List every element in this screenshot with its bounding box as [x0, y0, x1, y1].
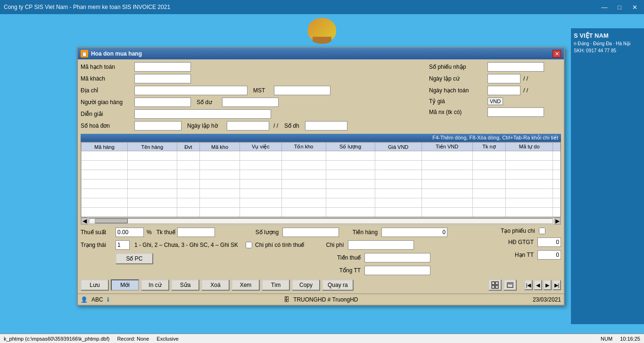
icon-btn-1[interactable]	[488, 279, 502, 291]
tong-tt-input[interactable]	[364, 266, 430, 275]
slash-ht: / /	[523, 87, 528, 94]
copy-button[interactable]: Copy	[292, 279, 320, 291]
col-gia-vnd: Giá VND	[375, 143, 421, 151]
company-address: n Đồng · Đống Đa · Hà Nội	[574, 41, 641, 46]
scroll-right-btn[interactable]: ▶	[554, 218, 561, 224]
sua-button[interactable]: Sửa	[171, 279, 199, 291]
tim-button[interactable]: Tìm	[262, 279, 290, 291]
so-du-label: Số dư	[197, 99, 220, 106]
scroll-thumb[interactable]	[95, 219, 128, 223]
taskbar-bottom: k_phtmp (c:\mpsas60\35939166\k_phtmp.dbf…	[0, 334, 644, 343]
table-header-row: Mã hàng Tên hàng Đvt Mã kho Vụ việc Tồn …	[82, 143, 561, 151]
so-hoa-don-input[interactable]	[134, 121, 182, 131]
scroll-left-btn[interactable]: ◀	[81, 218, 88, 224]
company-name: S VIỆT NAM	[574, 32, 641, 39]
so-pc-button[interactable]: Số PC	[116, 253, 153, 264]
vnd-badge: VND	[487, 98, 503, 105]
ngay-lap-ho-label: Ngày lập hờ	[187, 122, 225, 129]
thue-suat-label: Thuế suất	[81, 229, 114, 236]
nav-last[interactable]: ▶|	[553, 280, 561, 290]
chi-phi-co-tinh-checkbox[interactable]	[246, 242, 252, 248]
ma-nx-label: Mã nx (tk có)	[429, 109, 486, 115]
ma-khach-input[interactable]	[134, 74, 191, 83]
ma-khach-label: Mã khách	[81, 75, 132, 82]
dialog-title: Hoa don mua hang	[91, 50, 553, 57]
dialog-content: Mã hạch toán Mã khách Địa chỉ MST N	[78, 59, 564, 294]
svg-rect-5	[507, 283, 513, 285]
nav-prev[interactable]: ◀	[534, 280, 542, 290]
info-icon: ℹ	[107, 296, 109, 303]
tk-thue-input[interactable]	[177, 228, 215, 237]
so-phieu-nhap-row: Số phiếu nhập	[429, 62, 561, 72]
quay-ra-button[interactable]: Quay ra	[322, 279, 354, 291]
record-status: Record: None	[117, 336, 149, 342]
trang-thai-input[interactable]	[116, 240, 130, 250]
svg-rect-0	[492, 282, 495, 285]
trang-thai-hint: 1 - Ghi, 2 – Chưa, 3 - Ghi SC, 4 – Ghi S…	[134, 242, 238, 248]
nguoi-giao-hang-input[interactable]	[134, 98, 191, 107]
scroll-track[interactable]	[89, 218, 553, 224]
ma-hach-toan-row: Mã hạch toán	[81, 62, 425, 72]
dialog-close-button[interactable]: ✕	[553, 50, 561, 57]
table-row	[82, 189, 561, 198]
tien-hang-input[interactable]	[381, 228, 447, 237]
hd-gtgt-row: HĐ GTGT	[501, 237, 561, 247]
mst-input[interactable]	[274, 86, 330, 95]
col-ton-kho: Tồn kho	[281, 143, 326, 151]
dien-giai-input[interactable]	[134, 109, 271, 119]
ngay-lap-ho-input[interactable]	[227, 121, 269, 131]
dia-chi-input[interactable]	[134, 86, 248, 95]
col-dvt: Đvt	[177, 143, 199, 151]
in-cu-button[interactable]: In cứ	[141, 279, 169, 291]
ma-nx-input[interactable]	[487, 107, 544, 117]
file-path: k_phtmp (c:\mpsas60\35939166\k_phtmp.dbf…	[4, 336, 109, 342]
xem-button[interactable]: Xem	[231, 279, 260, 291]
user-icon: 👤	[81, 296, 88, 303]
icon-btn-2[interactable]	[504, 279, 517, 291]
hd-gtgt-input[interactable]	[537, 237, 561, 247]
xoa-button[interactable]: Xoá	[201, 279, 230, 291]
so-dh-input[interactable]	[305, 121, 347, 131]
minimize-button[interactable]: —	[599, 2, 610, 12]
hd-gtgt-label: HĐ GTGT	[501, 239, 534, 245]
so-luong-row: Số lượng Tiền hàng	[246, 228, 447, 237]
nav-next[interactable]: ▶	[543, 280, 552, 290]
thue-suat-row: Thuế suất % Tk thuế	[81, 228, 238, 237]
tao-phieu-chi-row: Tạo phiếu chi	[501, 228, 561, 234]
nav-first[interactable]: |◀	[524, 280, 533, 290]
tien-thue-input[interactable]	[364, 253, 430, 262]
tao-phieu-chi-checkbox[interactable]	[539, 228, 545, 234]
thue-suat-input[interactable]	[116, 228, 144, 237]
table-row	[82, 180, 561, 189]
dialog-hoa-don: 📋 Hoa don mua hang ✕ Mã hạch toán Mã khá…	[77, 47, 565, 306]
chi-phi-input[interactable]	[348, 240, 414, 250]
nguoi-giao-hang-label: Người giao hàng	[81, 99, 132, 106]
ngay-lap-cu-row: Ngày lập cứ / /	[429, 74, 561, 83]
luu-button[interactable]: Lưu	[81, 279, 109, 291]
table-hint-text: F4-Thêm dòng, F8-Xóa dòng, Ctrl+Tab-Ra k…	[432, 135, 558, 140]
maximize-button[interactable]: □	[614, 2, 625, 12]
so-phieu-nhap-input[interactable]	[487, 62, 544, 72]
so-luong-input[interactable]	[282, 228, 339, 237]
table-row	[82, 198, 561, 208]
db-icon: 🗄	[284, 296, 289, 303]
svg-rect-1	[495, 282, 498, 285]
ma-hach-toan-input[interactable]	[134, 62, 191, 72]
table-row	[82, 208, 561, 217]
tien-hang-label: Tiền hàng	[345, 229, 378, 236]
close-button[interactable]: ✕	[629, 2, 640, 12]
ngay-hach-toan-input[interactable]	[487, 86, 520, 95]
tien-thue-row: Tiền thuế	[246, 253, 447, 262]
company-phone: SKH: 0917 44 77 85	[574, 48, 641, 53]
horizontal-scrollbar[interactable]: ◀ ▶	[81, 217, 561, 225]
dialog-icon: 📋	[81, 50, 88, 57]
col-so-luong: Số lượng	[326, 143, 375, 151]
moi-button[interactable]: Mới	[111, 279, 139, 291]
ngay-lap-cu-input[interactable]	[487, 74, 520, 83]
so-du-input[interactable]	[222, 98, 279, 107]
ngay-hach-toan-label: Ngày hạch toán	[429, 87, 486, 94]
han-tt-input[interactable]	[537, 250, 561, 260]
col-ten-hang: Tên hàng	[127, 143, 177, 151]
data-table-container[interactable]: Mã hàng Tên hàng Đvt Mã kho Vụ việc Tồn …	[81, 142, 561, 217]
ty-gia-row: Tỷ giá VND	[429, 98, 561, 105]
